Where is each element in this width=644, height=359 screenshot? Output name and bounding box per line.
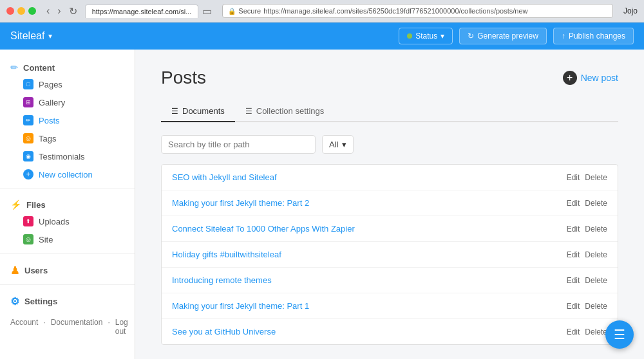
- status-label: Status: [415, 32, 437, 41]
- delete-link[interactable]: Delete: [585, 302, 607, 311]
- post-title-link[interactable]: Making your first Jekyll theme: Part 1: [172, 301, 309, 311]
- files-section-header: ⚡ Files: [0, 194, 135, 212]
- new-post-button[interactable]: + New post: [563, 71, 618, 85]
- user-label: Jojo: [623, 6, 638, 15]
- tab-documents[interactable]: ☰ Documents: [161, 101, 235, 122]
- sidebar-item-posts[interactable]: ✏ Posts: [0, 111, 135, 129]
- delete-link[interactable]: Delete: [585, 250, 607, 259]
- plus-circle-icon: +: [563, 71, 577, 85]
- forward-button[interactable]: ›: [55, 4, 63, 19]
- edit-link[interactable]: Edit: [567, 250, 580, 259]
- search-input[interactable]: [161, 135, 316, 154]
- post-actions: Edit Delete: [567, 250, 607, 259]
- table-row: Holiday gifts #builtwithsiteleaf Edit De…: [162, 242, 618, 268]
- app-header: Siteleaf ▾ Status ▾ ↻ Generate preview ↑…: [0, 23, 644, 50]
- delete-link[interactable]: Delete: [585, 327, 607, 336]
- documentation-link[interactable]: Documentation: [51, 318, 103, 336]
- edit-link[interactable]: Edit: [567, 173, 580, 182]
- posts-list: SEO with Jekyll and Siteleaf Edit Delete…: [161, 164, 618, 345]
- browser-tab-area: https://manage.siteleaf.com/si... ▭: [85, 5, 213, 18]
- close-dot[interactable]: [6, 7, 14, 15]
- refresh-button[interactable]: ↻: [66, 4, 80, 19]
- back-button[interactable]: ‹: [44, 4, 52, 19]
- sidebar-divider-3: [0, 284, 135, 285]
- generate-icon: ↻: [468, 32, 474, 41]
- sidebar: ✏ Content □ Pages ⊞ Gallery ✏ Posts ◎ Ta…: [0, 50, 135, 359]
- post-title-link[interactable]: Connect Siteleaf To 1000 Other Apps With…: [172, 224, 355, 234]
- fab-icon: ☰: [614, 327, 625, 342]
- sidebar-item-testimonials[interactable]: ◉ Testimonials: [0, 147, 135, 165]
- page-title: Posts: [161, 68, 206, 88]
- new-collection-button[interactable]: + New collection: [0, 165, 135, 183]
- post-title-link[interactable]: See you at GitHub Universe: [172, 327, 276, 336]
- post-title-link[interactable]: Holiday gifts #builtwithsiteleaf: [172, 250, 281, 259]
- maximize-dot[interactable]: [28, 7, 36, 15]
- table-row: Making your first Jekyll theme: Part 2 E…: [162, 190, 618, 216]
- files-label: Files: [26, 200, 46, 210]
- edit-link[interactable]: Edit: [567, 276, 580, 285]
- account-link[interactable]: Account: [10, 318, 38, 336]
- logout-link[interactable]: Log out: [115, 318, 128, 336]
- page-header: Posts + New post: [161, 68, 618, 88]
- separator-1: ·: [43, 318, 45, 336]
- settings-label: Settings: [24, 297, 57, 306]
- filter-chevron-icon: ▾: [342, 140, 346, 149]
- app-body: ✏ Content □ Pages ⊞ Gallery ✏ Posts ◎ Ta…: [0, 50, 644, 359]
- uploads-icon: ⬆: [23, 216, 33, 226]
- edit-link[interactable]: Edit: [567, 199, 580, 208]
- post-actions: Edit Delete: [567, 302, 607, 311]
- url-text: https://manage.siteleaf.com/sites/56250d…: [263, 7, 527, 15]
- posts-label: Posts: [39, 116, 60, 125]
- table-row: Making your first Jekyll theme: Part 1 E…: [162, 293, 618, 319]
- tab-collection-settings[interactable]: ☰ Collection settings: [235, 101, 335, 122]
- edit-link[interactable]: Edit: [567, 327, 580, 336]
- new-collection-icon: +: [23, 169, 33, 180]
- post-actions: Edit Delete: [567, 225, 607, 234]
- status-button[interactable]: Status ▾: [399, 28, 453, 44]
- browser-nav: ‹ › ↻: [44, 4, 80, 19]
- address-bar[interactable]: 🔒 Secure https://manage.siteleaf.com/sit…: [222, 4, 613, 18]
- delete-link[interactable]: Delete: [585, 173, 607, 182]
- separator-2: ·: [108, 318, 109, 336]
- files-icon: ⚡: [10, 199, 21, 210]
- publish-changes-button[interactable]: ↑ Publish changes: [553, 28, 634, 44]
- edit-link[interactable]: Edit: [567, 302, 580, 311]
- sidebar-item-pages[interactable]: □ Pages: [0, 75, 135, 93]
- pages-icon: □: [23, 79, 33, 89]
- post-actions: Edit Delete: [567, 173, 607, 182]
- generate-label: Generate preview: [477, 32, 538, 41]
- delete-link[interactable]: Delete: [585, 276, 607, 285]
- minimize-dot[interactable]: [17, 7, 25, 15]
- post-title-link[interactable]: SEO with Jekyll and Siteleaf: [172, 172, 277, 182]
- sidebar-item-gallery[interactable]: ⊞ Gallery: [0, 93, 135, 111]
- post-title-link[interactable]: Introducing remote themes: [172, 275, 272, 285]
- new-tab-button[interactable]: ▭: [202, 5, 212, 17]
- active-tab[interactable]: https://manage.siteleaf.com/si...: [85, 5, 199, 18]
- sidebar-item-tags[interactable]: ◎ Tags: [0, 129, 135, 147]
- delete-link[interactable]: Delete: [585, 225, 607, 234]
- status-chevron: ▾: [440, 32, 444, 41]
- tab-label: https://manage.siteleaf.com/si...: [92, 8, 192, 15]
- fab-button[interactable]: ☰: [605, 320, 634, 349]
- table-row: Connect Siteleaf To 1000 Other Apps With…: [162, 216, 618, 242]
- users-icon: ♟: [10, 264, 19, 277]
- edit-link[interactable]: Edit: [567, 225, 580, 234]
- pages-label: Pages: [39, 80, 62, 89]
- gallery-icon: ⊞: [23, 97, 33, 107]
- users-section-header[interactable]: ♟ Users: [0, 259, 135, 279]
- collection-settings-tab-label: Collection settings: [256, 106, 325, 116]
- sidebar-divider-1: [0, 189, 135, 189]
- generate-preview-button[interactable]: ↻ Generate preview: [459, 28, 547, 44]
- sidebar-item-site[interactable]: ◎ Site: [0, 230, 135, 248]
- testimonials-label: Testimonials: [39, 152, 85, 161]
- logo-chevron[interactable]: ▾: [48, 32, 52, 41]
- settings-icon: ⚙: [10, 295, 19, 308]
- publish-label: Publish changes: [569, 32, 625, 41]
- delete-link[interactable]: Delete: [585, 199, 607, 208]
- post-title-link[interactable]: Making your first Jekyll theme: Part 2: [172, 198, 309, 208]
- settings-section-header[interactable]: ⚙ Settings: [0, 290, 135, 310]
- filter-select[interactable]: All ▾: [322, 135, 354, 154]
- filter-value: All: [329, 140, 338, 149]
- site-icon: ◎: [23, 234, 33, 244]
- sidebar-item-uploads[interactable]: ⬆ Uploads: [0, 212, 135, 230]
